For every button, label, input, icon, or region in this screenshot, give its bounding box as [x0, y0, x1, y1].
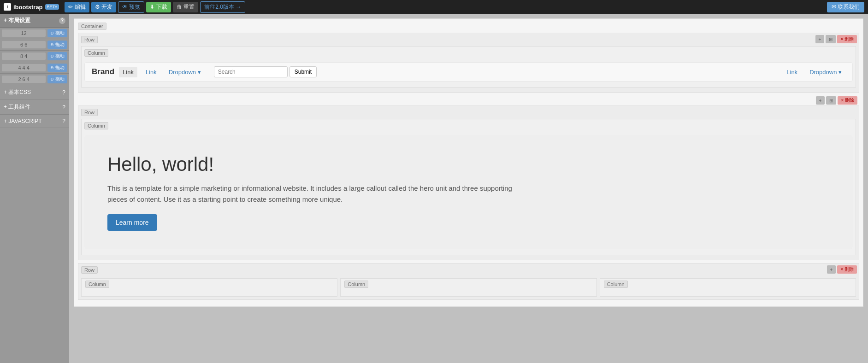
logo-icon: i — [4, 3, 11, 11]
drag-btn-84[interactable]: ⊕ 拖动 — [47, 52, 67, 60]
topbar: i ibootstrap BETA ✏ 编辑 ⚙ 开发 👁 预览 ⬇ 下载 🗑 … — [0, 0, 868, 14]
navbar-link-1[interactable]: Link — [119, 67, 137, 77]
sidebar-layout-header: + 布局设置 ? — [0, 14, 69, 28]
navbar-brand: Brand — [92, 67, 114, 76]
navbar-search-input[interactable] — [214, 66, 288, 77]
navbar-right-dropdown: Dropdown ▾ — [806, 67, 845, 77]
css-help-icon[interactable]: ? — [62, 89, 65, 96]
edit-button[interactable]: ✏ 编辑 — [65, 2, 89, 12]
download-button[interactable]: ⬇ 下载 — [146, 2, 171, 12]
mid-add-btn-1[interactable]: + — [816, 96, 825, 105]
row-block-2: Row Column Hello, world! This is a templ… — [78, 105, 859, 260]
row-label-66: 6 6 — [2, 41, 46, 48]
navbar-link-2[interactable]: Link — [142, 67, 160, 77]
navbar-dropdown: Dropdown ▾ — [165, 67, 205, 77]
row-2-label: Row — [81, 109, 98, 116]
bottom-col-3-label: Column — [604, 281, 628, 288]
develop-button[interactable]: ⚙ 开发 — [91, 2, 116, 12]
row-3-add-btn[interactable]: + — [827, 265, 836, 274]
row-3-label: Row — [81, 266, 98, 274]
navbar-submit-btn[interactable]: Submit — [289, 66, 317, 77]
sidebar-row-84: 8 4 ⊕ 拖动 — [0, 51, 69, 62]
bottom-col-2: Column — [340, 278, 596, 297]
col-nav-label: Column — [84, 49, 108, 57]
sidebar-css-label: + 基本CSS — [4, 88, 31, 96]
mid-row-controls-1: + ⊞ × 删除 — [78, 95, 859, 105]
hero-text: This is a template for a simple marketin… — [107, 183, 522, 205]
drag-btn-444[interactable]: ⊕ 拖动 — [47, 64, 67, 72]
sidebar-row-12: 12 ⊕ 拖动 — [0, 28, 69, 39]
row-1-add-btn[interactable]: + — [815, 35, 825, 43]
navbar-right: Link Dropdown ▾ — [783, 67, 845, 77]
row-label-264: 2 6 4 — [2, 76, 46, 83]
clear-button[interactable]: 🗑 重置 — [173, 2, 198, 12]
contact-button[interactable]: ✉ 联系我们 — [827, 2, 864, 12]
row-1-label: Row — [81, 36, 98, 43]
brand-name: ibootstrap — [13, 4, 43, 11]
row-3-columns: Column Column Column — [81, 278, 856, 297]
navbar-search-form: Submit — [214, 66, 317, 77]
sidebar-item-components[interactable]: + 工具组件 ? — [0, 100, 69, 115]
mid-delete-btn-1[interactable]: × 删除 — [838, 96, 857, 105]
beta-badge: BETA — [45, 4, 59, 10]
preview-button[interactable]: 👁 预览 — [118, 1, 144, 13]
row-3-controls: + × 删除 — [827, 265, 857, 274]
sidebar-row-66: 6 6 ⊕ 拖动 — [0, 39, 69, 51]
learn-more-btn[interactable]: Learn more — [107, 214, 157, 231]
row-label-84: 8 4 — [2, 53, 46, 60]
layout-help-icon[interactable]: ? — [59, 18, 65, 24]
container-block: Container Row + ⊞ × 删除 Column Brand Link… — [74, 18, 863, 307]
row-1-delete-btn[interactable]: × 删除 — [837, 35, 857, 43]
drag-btn-12[interactable]: ⊕ 拖动 — [47, 29, 67, 37]
sidebar-row-444: 4 4 4 ⊕ 拖动 — [0, 62, 69, 74]
hero-unit: Hello, world! This is a template for a s… — [84, 135, 853, 249]
javascript-help-icon[interactable]: ? — [62, 118, 65, 124]
navbar-right-dropdown-btn[interactable]: Dropdown ▾ — [806, 67, 845, 77]
row-1-edit-btn[interactable]: ⊞ — [826, 35, 836, 43]
sidebar-row-264: 2 6 4 ⊕ 拖动 — [0, 74, 69, 85]
bottom-col-2-label: Column — [344, 281, 368, 288]
canvas: Container Row + ⊞ × 删除 Column Brand Link… — [69, 14, 868, 363]
column-block-nav: Column Brand Link Link Dropdown ▾ Submit — [81, 46, 856, 88]
sidebar-item-javascript[interactable]: + JAVASCRIPT ? — [0, 115, 69, 128]
components-help-icon[interactable]: ? — [62, 104, 65, 111]
navbar-preview: Brand Link Link Dropdown ▾ Submit Link — [84, 62, 853, 82]
sidebar: + 布局设置 ? 12 ⊕ 拖动 6 6 ⊕ 拖动 8 4 ⊕ 拖动 4 4 4… — [0, 14, 69, 363]
row-block-3: Row + × 删除 Column Column Column — [78, 263, 859, 300]
sidebar-components-label: + 工具组件 — [4, 103, 30, 111]
sidebar-javascript-label: + JAVASCRIPT — [4, 118, 42, 124]
row-label-12: 12 — [2, 29, 46, 37]
navbar-dropdown-btn[interactable]: Dropdown ▾ — [165, 67, 205, 77]
sidebar-item-css[interactable]: + 基本CSS ? — [0, 85, 69, 100]
mid-edit-btn-1[interactable]: ⊞ — [826, 96, 836, 105]
row-3-delete-btn[interactable]: × 删除 — [837, 265, 857, 274]
prev-version-button[interactable]: 前往2.0版本 → — [200, 1, 245, 13]
navbar-right-link[interactable]: Link — [783, 67, 801, 77]
column-block-hero: Column Hello, world! This is a template … — [81, 119, 856, 255]
bottom-col-1: Column — [81, 278, 337, 297]
sidebar-layout-title: + 布局设置 — [4, 17, 30, 24]
brand-logo: i ibootstrap BETA — [4, 3, 59, 11]
row-label-444: 4 4 4 — [2, 64, 46, 71]
container-label: Container — [78, 23, 106, 30]
hero-title: Hello, world! — [107, 153, 830, 176]
col-hero-label: Column — [84, 122, 108, 129]
bottom-col-1-label: Column — [85, 281, 109, 288]
drag-btn-264[interactable]: ⊕ 拖动 — [47, 75, 67, 83]
bottom-col-3: Column — [600, 278, 856, 297]
row-block-1: Row + ⊞ × 删除 Column Brand Link Link Drop… — [78, 33, 859, 93]
drag-btn-66[interactable]: ⊕ 拖动 — [47, 41, 67, 49]
row-1-controls: + ⊞ × 删除 — [815, 35, 857, 43]
main-layout: + 布局设置 ? 12 ⊕ 拖动 6 6 ⊕ 拖动 8 4 ⊕ 拖动 4 4 4… — [0, 14, 868, 363]
